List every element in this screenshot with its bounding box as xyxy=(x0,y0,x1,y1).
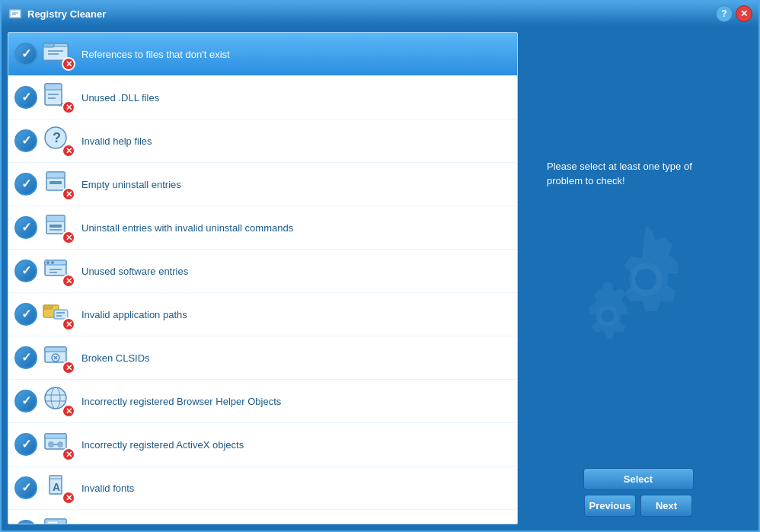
item-icon-wrapper: .dll ✕ xyxy=(42,81,75,114)
item-label: Uninstall entries with invalid uninstall… xyxy=(81,222,293,234)
check-mark: ✓ xyxy=(21,395,31,407)
check-mark: ✓ xyxy=(21,48,31,60)
title-controls: ? ✕ xyxy=(716,5,752,22)
error-badge: ✕ xyxy=(62,404,75,418)
help-button[interactable]: ? xyxy=(716,5,733,22)
svg-point-46 xyxy=(57,441,63,448)
check-circle: ✓ xyxy=(14,303,37,326)
svg-rect-30 xyxy=(43,305,53,309)
item-label: Unused software entries xyxy=(81,266,188,277)
error-badge: ✕ xyxy=(62,231,75,244)
check-mark: ✓ xyxy=(21,178,31,190)
svg-rect-35 xyxy=(45,347,66,352)
error-badge: ✕ xyxy=(62,274,75,288)
list-item[interactable]: ✓ ✕ Uninstall entries with invalid unins… xyxy=(8,206,517,250)
svg-rect-6 xyxy=(43,43,54,47)
window-title: Registry Cleaner xyxy=(27,8,716,20)
list-item[interactable]: ✓ ✕ Invalid IE toolbars xyxy=(8,510,517,524)
check-circle: ✓ xyxy=(14,390,37,413)
check-mark: ✓ xyxy=(21,482,31,494)
error-badge: ✕ xyxy=(62,57,75,71)
check-circle: ✓ xyxy=(14,173,37,196)
check-mark: ✓ xyxy=(21,352,31,364)
list-item[interactable]: ✓ A ✕ Invalid fonts xyxy=(8,467,517,510)
svg-rect-17 xyxy=(46,172,65,178)
items-panel: ✓ ✕ References to files that don't exist… xyxy=(8,32,518,524)
check-circle: ✓ xyxy=(14,476,37,499)
app-icon xyxy=(8,6,23,21)
error-badge: ✕ xyxy=(62,491,75,505)
check-mark: ✓ xyxy=(21,438,31,451)
svg-point-59 xyxy=(602,310,614,322)
list-item[interactable]: ✓ .dll ✕ Unused .DLL files xyxy=(8,76,517,119)
check-circle: ✓ xyxy=(14,520,37,524)
select-button[interactable]: Select xyxy=(583,468,694,490)
list-item[interactable]: ✓ ✕ Broken CLSIDs xyxy=(8,336,517,380)
list-item[interactable]: ✓ ✕ References to files that don't exist xyxy=(8,33,517,76)
svg-rect-1 xyxy=(11,11,20,17)
svg-text:?: ? xyxy=(53,130,61,145)
svg-rect-53 xyxy=(47,521,58,524)
item-icon-wrapper: ? ✕ xyxy=(42,124,75,158)
close-button[interactable]: ✕ xyxy=(736,5,752,22)
item-label: Invalid help files xyxy=(81,135,152,147)
item-icon-wrapper: ✕ xyxy=(42,167,75,201)
svg-rect-21 xyxy=(49,225,62,228)
check-mark: ✓ xyxy=(21,91,31,104)
list-item[interactable]: ✓ ✕ Unused software entries xyxy=(8,250,517,293)
item-label: Broken CLSIDs xyxy=(81,352,150,364)
item-label: Incorrectly registered ActiveX objects xyxy=(81,439,244,451)
check-mark: ✓ xyxy=(21,265,31,277)
right-panel: Please select at least one type of probl… xyxy=(524,32,752,524)
main-content: ✓ ✕ References to files that don't exist… xyxy=(2,26,758,530)
svg-rect-10 xyxy=(45,84,62,90)
item-icon-wrapper: ✕ xyxy=(42,341,75,374)
error-badge: ✕ xyxy=(62,448,75,461)
error-badge: ✕ xyxy=(62,144,75,158)
svg-rect-18 xyxy=(49,181,62,184)
item-icon-wrapper: ✕ xyxy=(42,384,75,418)
svg-rect-44 xyxy=(45,434,66,438)
item-icon-ie xyxy=(42,514,69,524)
svg-point-45 xyxy=(48,441,54,448)
check-mark: ✓ xyxy=(21,308,31,320)
title-bar: Registry Cleaner ? ✕ xyxy=(2,2,758,26)
list-item[interactable]: ✓ ✕ Empty uninstall entries xyxy=(8,163,517,206)
check-mark: ✓ xyxy=(21,221,31,234)
next-button[interactable]: Next xyxy=(640,495,692,517)
check-circle: ✓ xyxy=(14,260,37,282)
error-badge: ✕ xyxy=(62,361,75,374)
svg-rect-20 xyxy=(46,215,65,221)
error-badge: ✕ xyxy=(62,100,75,114)
list-item[interactable]: ✓ ? ✕ Invalid help files xyxy=(8,119,517,163)
svg-point-57 xyxy=(635,269,656,290)
instruction-text: Please select at least one type of probl… xyxy=(532,160,745,187)
item-label: References to files that don't exist xyxy=(81,49,230,60)
item-label: Unused .DLL files xyxy=(81,92,159,104)
list-item[interactable]: ✓ ✕ Invalid application paths xyxy=(8,293,517,336)
item-icon-wrapper: ✕ xyxy=(42,428,75,461)
svg-point-25 xyxy=(46,261,49,264)
item-icon-wrapper: ✕ xyxy=(42,514,75,524)
check-circle: ✓ xyxy=(14,346,37,369)
item-icon-wrapper: ✕ xyxy=(42,298,75,331)
item-icon-wrapper: ✕ xyxy=(42,37,75,71)
check-circle: ✓ xyxy=(14,129,37,152)
item-label: Incorrectly registered Browser Helper Ob… xyxy=(81,396,281,407)
item-icon-wrapper: A ✕ xyxy=(42,471,75,505)
check-circle: ✓ xyxy=(14,433,37,456)
svg-text:A: A xyxy=(53,481,60,493)
item-label: Invalid fonts xyxy=(81,483,134,494)
list-item[interactable]: ✓ ✕ Incorrectly registered Browser Helpe… xyxy=(8,380,517,423)
nav-buttons: Previous Next xyxy=(584,495,692,517)
check-circle: ✓ xyxy=(14,216,37,239)
list-item[interactable]: ✓ ✕ Incorrectly registered ActiveX objec… xyxy=(8,423,517,467)
item-label: Empty uninstall entries xyxy=(81,179,181,190)
right-buttons: Select Previous Next xyxy=(532,468,745,517)
item-label: Invalid application paths xyxy=(81,309,187,320)
items-list[interactable]: ✓ ✕ References to files that don't exist… xyxy=(8,33,517,524)
previous-button[interactable]: Previous xyxy=(584,495,636,517)
right-top: Please select at least one type of probl… xyxy=(532,47,745,468)
check-circle: ✓ xyxy=(14,43,37,65)
main-window: Registry Cleaner ? ✕ ✓ ✕ References to f… xyxy=(0,0,760,532)
